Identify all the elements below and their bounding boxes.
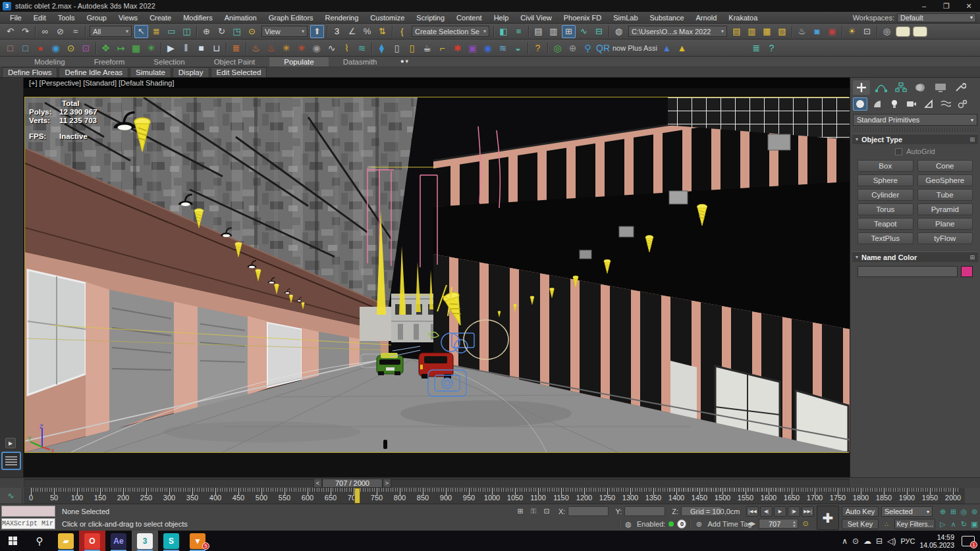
menu-krakatoa[interactable]: Krakatoa <box>722 12 763 24</box>
go-to-start-button[interactable]: |◀◀ <box>746 506 759 517</box>
primitive-button-textplus[interactable]: TextPlus <box>858 232 913 244</box>
helpers-category-icon[interactable] <box>921 97 936 111</box>
curve-editor-icon[interactable]: ∿ <box>577 25 591 38</box>
phoenix-water-icon[interactable]: ◉ <box>49 41 63 55</box>
ribbon-button-edit-selected[interactable]: Edit Selected <box>211 67 267 78</box>
time-slider-track[interactable]: < 707 / 2000 > <box>24 479 850 487</box>
select-and-move-icon[interactable]: ⊕ <box>200 25 213 38</box>
file-explorer-icon[interactable]: ▰ <box>53 531 79 551</box>
rectangular-selection-region-icon[interactable]: ▭ <box>165 25 178 38</box>
menu-simlab[interactable]: SimLab <box>607 12 643 24</box>
viewport-scene[interactable]: Total Polys:12 390 967 Verts:11 235 703 … <box>24 97 849 453</box>
primitive-button-plane[interactable]: Plane <box>917 218 973 230</box>
redo-icon[interactable]: ↷ <box>18 25 32 38</box>
ribbon-button-define-idle-areas[interactable]: Define Idle Areas <box>59 67 128 78</box>
phoenix-fire-icon[interactable]: ● <box>34 41 47 55</box>
layer-list-icon[interactable]: ▥ <box>547 25 560 38</box>
timeline-ruler[interactable]: 0501001502002503003504004505005506006507… <box>24 488 965 504</box>
edit-named-selections-icon[interactable]: { <box>395 25 409 38</box>
3ds-max-icon[interactable]: 3 <box>132 531 158 551</box>
offset-zero-button[interactable]: 0 <box>677 519 686 529</box>
splat-icon[interactable]: ✱ <box>450 41 464 55</box>
hierarchy-tab-icon[interactable] <box>892 80 910 95</box>
delete-simulation-icon[interactable]: ⊔ <box>209 41 223 55</box>
absolute-offset-mode-icon[interactable]: ⊡ <box>541 507 552 516</box>
y-coordinate-field[interactable] <box>624 506 665 516</box>
primitive-button-geosphere[interactable]: GeoSphere <box>917 174 973 186</box>
bind-to-space-warp-icon[interactable]: ≈ <box>68 25 82 38</box>
downloads-app-icon[interactable]: ▼5 <box>184 531 211 551</box>
new-scene-asset-icon[interactable]: ▥ <box>745 25 759 38</box>
help-circle-icon[interactable]: ? <box>765 41 778 55</box>
tree-blue-icon[interactable]: ▲ <box>660 41 674 55</box>
time-slider-handle[interactable]: < 707 / 2000 > <box>313 479 391 488</box>
selection-filter-dropdown[interactable]: All▾ <box>90 26 132 37</box>
object-type-rollout-header[interactable]: ▾ Object Type ⊞ <box>852 134 978 144</box>
primitive-button-pyramid[interactable]: Pyramid <box>917 203 973 215</box>
list-options-icon[interactable]: ≣ <box>229 41 243 55</box>
coffee-icon[interactable]: ☕ <box>420 41 434 55</box>
previous-frame-button[interactable]: ◀| <box>760 506 773 517</box>
cube-blue-icon[interactable]: □ <box>18 41 32 55</box>
unlink-selection-icon[interactable]: ⊘ <box>53 25 67 38</box>
viewport-layout-tabs-icon[interactable] <box>1 452 21 470</box>
merge-asset-icon[interactable]: ▦ <box>760 25 774 38</box>
expand-panel-icon[interactable]: ▶ <box>5 438 16 448</box>
cameras-category-icon[interactable] <box>904 97 919 111</box>
light-lister-icon[interactable]: ☀ <box>845 25 859 38</box>
bulb-icon[interactable]: ⚲ <box>581 41 595 55</box>
window-crossing-icon[interactable]: ◫ <box>180 25 194 38</box>
key-default-in-out-icon[interactable]: ⊙ <box>800 519 811 529</box>
name-color-rollout-header[interactable]: ▾ Name and Color ⊞ <box>852 251 978 262</box>
asset-tracking-icon[interactable]: ▤ <box>730 25 744 38</box>
systems-category-icon[interactable] <box>956 97 970 111</box>
maxscript-mini-listener[interactable]: MAXScript Mir <box>1 518 55 529</box>
fire-2-icon[interactable]: ♨ <box>264 41 278 55</box>
language-indicator[interactable]: РУС <box>900 537 915 545</box>
waterfall-icon[interactable]: ≋ <box>496 41 510 55</box>
simulate-play-icon[interactable]: ▶ <box>164 41 178 55</box>
qr-circle-icon[interactable]: QR <box>596 41 610 55</box>
display-tab-icon[interactable] <box>932 80 949 95</box>
field-of-view-icon[interactable]: ▷ <box>938 518 948 530</box>
material-editor-icon[interactable]: ◍ <box>612 25 626 38</box>
select-and-rotate-icon[interactable]: ↻ <box>215 25 229 38</box>
molecule-icon[interactable]: ⊙ <box>64 41 78 55</box>
ribbon-tab-populate[interactable]: Populate <box>269 57 328 66</box>
menu-group[interactable]: Group <box>80 12 113 24</box>
play-button[interactable]: ▶ <box>774 506 786 517</box>
current-frame-marker[interactable] <box>354 488 360 504</box>
menu-phoenix-fd[interactable]: Phoenix FD <box>558 12 607 24</box>
shelf-button-2[interactable] <box>913 26 927 37</box>
menu-create[interactable]: Create <box>144 12 177 24</box>
ribbon-tab-modeling[interactable]: Modeling <box>20 57 80 66</box>
candle-icon[interactable]: ⌇ <box>340 41 354 55</box>
menu-tools[interactable]: Tools <box>52 12 81 24</box>
tray-capture-icon[interactable]: ⊙ <box>852 537 859 546</box>
spinner-snap-icon[interactable]: ⇅ <box>375 25 389 38</box>
notes-icon[interactable]: ≣ <box>749 41 763 55</box>
clock[interactable]: 14:59 14.05.2023 <box>919 533 954 549</box>
isolate-toggle-icon[interactable]: ◍ <box>623 519 634 529</box>
render-view-icon[interactable]: ◙ <box>810 25 824 38</box>
key-mode-dropdown[interactable]: Selected▾ <box>881 506 933 517</box>
populate-burst-icon[interactable]: ✳ <box>144 41 158 55</box>
reference-coordinate-dropdown[interactable]: View▾ <box>261 26 308 37</box>
primitive-button-cylinder[interactable]: Cylinder <box>858 189 913 201</box>
restore-button[interactable]: ❐ <box>935 0 958 12</box>
next-frame-button[interactable]: |▶ <box>788 506 800 517</box>
key-step-icon[interactable]: ∴ <box>881 519 892 529</box>
smoke-swirl-icon[interactable]: ◉ <box>310 41 323 55</box>
object-name-field[interactable] <box>858 266 958 277</box>
orbit-icon[interactable]: ↻ <box>959 518 969 530</box>
zoom-icon[interactable]: ⊕ <box>938 506 948 517</box>
toggle-scene-explorer-icon[interactable]: ⊞ <box>562 25 576 38</box>
ribbon-button-simulate[interactable]: Simulate <box>130 67 171 78</box>
align-icon[interactable]: ≡ <box>512 25 526 38</box>
key-filters-button[interactable]: Key Filters... <box>894 519 935 529</box>
macro-recorder-field[interactable] <box>1 506 55 517</box>
tray-network-icon[interactable]: ⊟ <box>876 537 883 546</box>
lights-category-icon[interactable] <box>887 97 902 111</box>
next-frame-nub[interactable]: > <box>383 479 391 488</box>
ribbon-button-display[interactable]: Display <box>173 67 209 78</box>
